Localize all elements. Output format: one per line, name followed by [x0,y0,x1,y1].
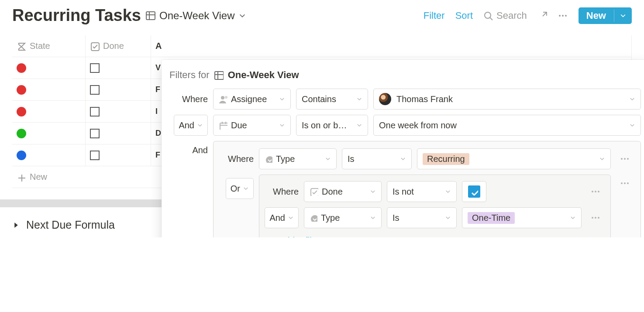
chevron-down-icon [356,96,362,102]
filter-group-row: And Where Type Is [169,141,641,237]
chevron-down-icon [238,12,246,20]
property-select[interactable]: Assignee [213,89,291,110]
chevron-down-icon [599,156,605,162]
property-select[interactable]: Type [259,148,337,169]
conj-where: Where [273,187,299,197]
conjunction-select[interactable]: And [174,115,208,136]
new-row-label: New [30,172,47,182]
table-icon [214,70,224,80]
filter-rule: Where Done Is not [265,181,604,202]
chevron-down-icon [197,122,203,128]
rule-more-button[interactable] [616,154,634,164]
filter-rule: And Type Is [265,207,604,228]
done-checkbox[interactable] [90,151,100,160]
header-actions: Filter Sort Search New [424,7,632,24]
plus-icon [17,173,25,182]
filter-group: Where Type Is Recurring [213,141,641,237]
search-icon [483,11,493,21]
operator-label: Is not [393,187,414,197]
table-icon [145,10,156,21]
conj-label: And [269,213,285,223]
done-checkbox[interactable] [90,107,100,117]
filter-rule: Where Type Is Recurring [220,148,634,169]
chevron-down-icon [279,96,285,102]
operator-select[interactable]: Is [387,207,457,228]
done-checkbox[interactable] [90,63,100,73]
value-label: One week from now [379,120,457,130]
group-more-button[interactable] [616,175,634,189]
property-label: Due [231,120,247,130]
chevron-down-icon [400,156,406,162]
conjunction-select[interactable]: Or [226,178,254,199]
operator-select[interactable]: Is not [387,181,457,202]
dots-icon [558,10,568,21]
chevron-down-icon [370,215,376,221]
property-select[interactable]: Due [213,115,291,136]
value-select[interactable]: One-Time [462,207,582,228]
chevron-down-icon [445,189,451,195]
page-title: Recurring Tasks [12,6,141,25]
tag-recurring: Recurring [423,153,469,165]
filter-panel: Filters for One-Week View Where Assignee… [162,60,644,237]
chevron-down-icon [370,189,376,195]
filters-for-label: Filters for [169,69,210,81]
person-icon [219,95,227,103]
chevron-down-icon [445,215,451,221]
chevron-down-icon [279,122,285,128]
toggle-label: Next Due Formula [26,219,115,231]
search-button[interactable]: Search [483,10,527,21]
property-label: Assignee [231,94,267,104]
filter-button[interactable]: Filter [424,10,445,21]
state-dot [17,129,26,138]
state-dot [17,85,26,95]
value-select[interactable]: One week from now [373,115,641,136]
value-select[interactable]: Recurring [417,148,611,169]
chevron-down-icon [325,156,331,162]
col-state[interactable]: State [12,35,86,57]
sort-button[interactable]: Sort [455,10,473,21]
conj-and: And [192,145,208,155]
operator-select[interactable]: Is on or b… [296,115,368,136]
col-done[interactable]: Done [86,35,151,57]
property-select[interactable]: Done [304,181,382,202]
value-select[interactable]: Thomas Frank [373,89,641,110]
conj-label: And [179,120,194,130]
value-checkbox[interactable] [462,181,486,202]
filter-group-nested: Where Done Is not [259,175,611,237]
chevron-down-icon [243,185,249,192]
operator-label: Is [393,213,399,223]
operator-select[interactable]: Contains [296,89,368,110]
plus-icon [265,236,274,237]
view-switcher[interactable]: One-Week View [145,10,246,22]
filter-rule: And Due Is on or b… One week from now [169,115,641,136]
state-dot [17,107,26,117]
rule-more-button[interactable] [587,213,604,223]
caret-right-icon [12,221,20,229]
new-button[interactable]: New [579,7,632,24]
chevron-down-icon [629,122,635,128]
add-filter-button[interactable]: Add a filter [265,233,604,237]
conjunction-select[interactable]: And [265,207,299,228]
more-button[interactable] [558,10,568,21]
conj-label: Or [231,184,240,194]
operator-select[interactable]: Is [342,148,412,169]
avatar [379,93,391,105]
property-label: Type [321,213,340,223]
rule-more-button[interactable] [587,186,604,197]
property-select[interactable]: Type [304,207,382,228]
checkbox-icon [310,187,318,196]
new-button-dropdown[interactable] [614,10,632,22]
done-checkbox[interactable] [90,129,100,138]
done-checkbox[interactable] [90,85,100,95]
state-dot [17,63,26,73]
col-name[interactable]: A [151,35,632,57]
conj-where: Where [182,94,208,104]
select-icon [265,155,272,163]
expand-button[interactable] [537,11,547,21]
value-label: Thomas Frank [396,94,453,104]
view-name: One-Week View [159,10,235,22]
property-label: Done [322,187,343,197]
filter-nested-row: Or Where Done [220,175,634,237]
checkbox-icon [90,41,100,51]
sigma-icon [17,41,26,51]
